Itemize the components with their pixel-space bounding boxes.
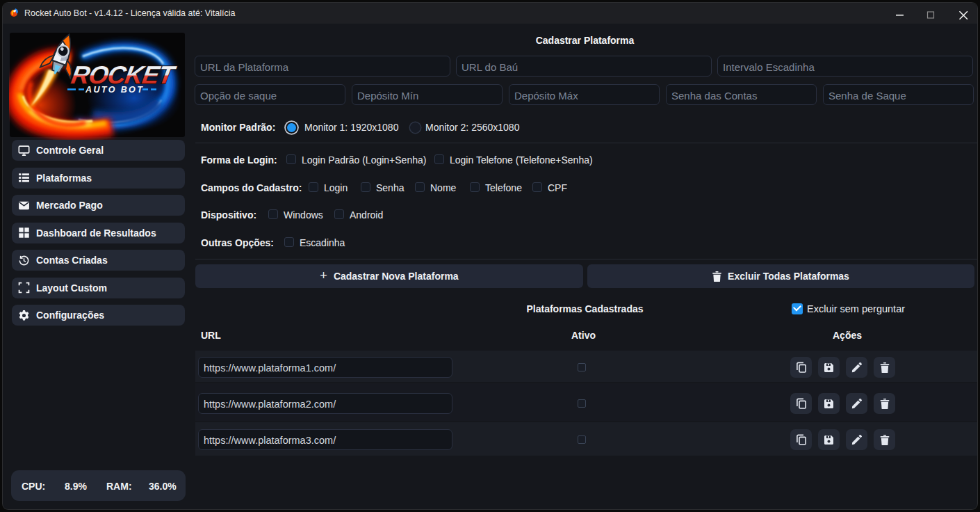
svg-text:AUTO BOT: AUTO BOT	[85, 85, 144, 95]
